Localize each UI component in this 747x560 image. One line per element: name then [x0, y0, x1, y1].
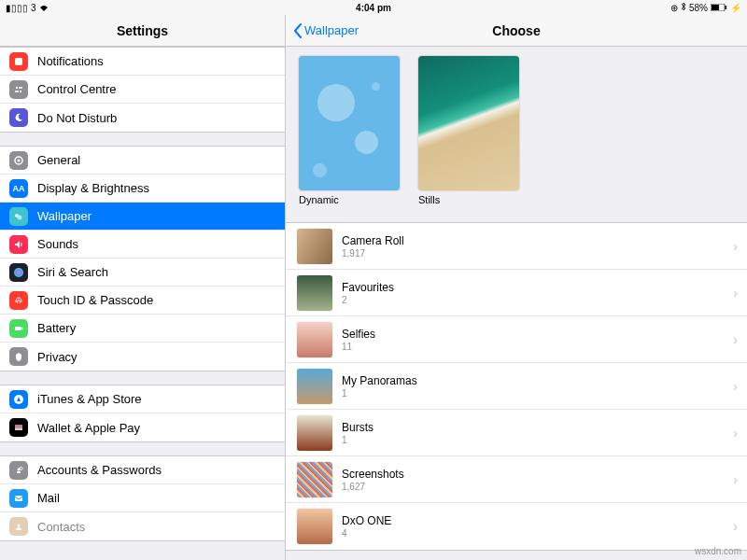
svg-rect-2	[726, 6, 727, 9]
album-count: 1	[342, 435, 374, 445]
svg-rect-7	[15, 91, 19, 92]
album-count: 4	[342, 528, 391, 539]
album-name: Screenshots	[342, 468, 404, 481]
sidebar-item-mail[interactable]: Mail	[0, 484, 285, 512]
sidebar-item-accounts[interactable]: Accounts & Passwords	[0, 456, 285, 484]
album-row[interactable]: Bursts1›	[286, 410, 747, 456]
sidebar-item-label: General	[37, 153, 80, 167]
svg-rect-20	[17, 471, 21, 473]
svg-point-4	[16, 86, 18, 88]
status-bar: ▮▯▯▯ 3 4:04 pm ⊕ 58% ⚡	[0, 0, 747, 15]
watermark: wsxdn.com	[695, 546, 741, 556]
album-count: 11	[342, 342, 375, 352]
wallpaper-icon	[9, 207, 28, 226]
sidebar-item-wallpaper[interactable]: Wallpaper	[0, 203, 285, 231]
chevron-right-icon: ›	[733, 286, 738, 301]
album-row[interactable]: Selfies11›	[286, 316, 747, 363]
svg-rect-1	[712, 5, 719, 10]
sidebar-item-display[interactable]: AADisplay & Brightness	[0, 175, 285, 203]
detail-pane: Wallpaper Choose DynamicStills Camera Ro…	[286, 15, 747, 560]
sidebar-item-label: Sounds	[37, 237, 78, 251]
album-thumb	[297, 369, 332, 404]
album-row[interactable]: DxO ONE4›	[286, 503, 747, 550]
wallpaper-label: Stills	[418, 194, 519, 205]
album-row[interactable]: Favourites2›	[286, 270, 747, 316]
privacy-icon	[9, 347, 28, 366]
sounds-icon	[9, 235, 28, 254]
detail-title: Choose	[492, 23, 540, 38]
battery-icon	[9, 319, 28, 338]
album-thumb	[297, 229, 332, 264]
svg-point-21	[20, 467, 22, 469]
sidebar-item-siri[interactable]: Siri & Search	[0, 259, 285, 287]
album-count: 1,627	[342, 482, 404, 492]
album-count: 2	[342, 295, 394, 305]
sidebar-item-label: Display & Brightness	[37, 181, 149, 195]
sidebar-item-label: Accounts & Passwords	[37, 463, 162, 477]
back-button[interactable]: Wallpaper	[293, 23, 359, 38]
svg-rect-16	[15, 425, 22, 427]
sidebar-item-appstore[interactable]: iTunes & App Store	[0, 385, 285, 413]
display-icon: AA	[9, 179, 28, 198]
detail-header: Wallpaper Choose	[286, 15, 747, 47]
chevron-right-icon: ›	[733, 379, 738, 394]
wallpaper-category-dynamic[interactable]: Dynamic	[299, 56, 400, 205]
album-row[interactable]: My Panoramas1›	[286, 363, 747, 410]
back-label: Wallpaper	[304, 23, 359, 37]
sidebar-item-label: Siri & Search	[37, 265, 108, 279]
orientation-lock-icon: ⊕	[670, 3, 678, 13]
album-name: Camera Roll	[342, 234, 404, 247]
sidebar-item-battery[interactable]: Battery	[0, 315, 285, 343]
sidebar-item-label: Wallet & Apple Pay	[37, 421, 140, 435]
notifications-icon	[9, 52, 28, 71]
wifi-icon	[39, 3, 49, 13]
siri-icon	[9, 263, 28, 282]
album-name: DxO ONE	[342, 514, 391, 527]
sidebar-item-label: iTunes & App Store	[37, 392, 142, 406]
battery-icon	[711, 3, 727, 13]
sidebar-item-label: Control Centre	[37, 82, 117, 96]
sidebar-item-wallet[interactable]: Wallet & Apple Pay	[0, 413, 285, 441]
mail-icon	[9, 489, 28, 508]
wallpaper-category-stills[interactable]: Stills	[418, 56, 519, 205]
control-icon	[9, 80, 28, 99]
sidebar-item-general[interactable]: General	[0, 147, 285, 175]
sidebar-item-label: Mail	[37, 491, 60, 505]
sidebar-item-contacts[interactable]: Contacts	[0, 512, 285, 540]
sidebar-item-label: Privacy	[37, 350, 78, 364]
sidebar-item-label: Notifications	[37, 54, 104, 68]
svg-rect-14	[22, 328, 23, 329]
album-count: 1	[342, 388, 417, 399]
signal-icon: ▮▯▯▯	[6, 3, 28, 13]
sidebar-item-notifications[interactable]: Notifications	[0, 48, 285, 76]
clock: 4:04 pm	[356, 3, 391, 13]
album-name: My Panoramas	[342, 374, 417, 387]
album-thumb	[297, 322, 332, 357]
album-row[interactable]: Camera Roll1,917›	[286, 223, 747, 270]
album-thumb	[297, 415, 332, 451]
album-row[interactable]: Screenshots1,627›	[286, 456, 747, 503]
album-name: Selfies	[342, 328, 375, 341]
album-name: Favourites	[342, 281, 394, 294]
accounts-icon	[9, 461, 28, 480]
sidebar-item-sounds[interactable]: Sounds	[0, 231, 285, 259]
appstore-icon	[9, 390, 28, 409]
charging-icon: ⚡	[730, 3, 741, 13]
chevron-right-icon: ›	[733, 332, 738, 347]
chevron-right-icon: ›	[733, 239, 738, 254]
wallpaper-thumb	[418, 56, 519, 190]
sidebar-item-touchid[interactable]: Touch ID & Passcode	[0, 287, 285, 315]
svg-point-23	[18, 525, 21, 527]
svg-rect-22	[15, 496, 22, 501]
sidebar-item-dnd[interactable]: Do Not Disturb	[0, 104, 285, 132]
bluetooth-icon	[681, 2, 686, 13]
svg-point-12	[14, 268, 23, 277]
album-thumb	[297, 462, 332, 497]
sidebar-item-control[interactable]: Control Centre	[0, 76, 285, 104]
sidebar-item-label: Touch ID & Passcode	[37, 293, 153, 307]
general-icon	[9, 151, 28, 170]
settings-sidebar: Settings NotificationsControl CentreDo N…	[0, 15, 286, 560]
album-thumb	[297, 509, 332, 544]
sidebar-item-privacy[interactable]: Privacy	[0, 343, 285, 371]
svg-point-9	[18, 159, 21, 161]
